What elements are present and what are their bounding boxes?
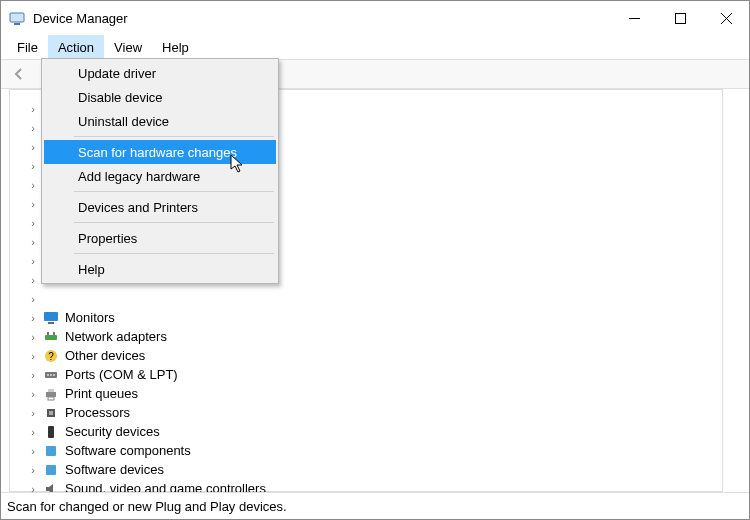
menu-separator (74, 136, 274, 137)
svg-point-16 (53, 374, 55, 376)
maximize-button[interactable] (657, 1, 703, 35)
tree-row[interactable]: ›Monitors (21, 308, 749, 327)
tree-row[interactable]: ›Network adapters (21, 327, 749, 346)
tree-label: Print queues (65, 386, 138, 401)
tree-label: Processors (65, 405, 130, 420)
svg-rect-3 (675, 13, 685, 23)
statusbar-text: Scan for changed or new Plug and Play de… (7, 499, 287, 514)
monitor-icon (43, 310, 59, 326)
tree-label: Other devices (65, 348, 145, 363)
svg-rect-24 (46, 465, 56, 475)
tree-label: Software components (65, 443, 191, 458)
window-title: Device Manager (33, 11, 611, 26)
svg-rect-10 (53, 332, 55, 335)
tree-row[interactable]: ›Security devices (21, 422, 749, 441)
svg-rect-7 (48, 322, 54, 324)
expander-icon[interactable]: › (27, 103, 39, 115)
close-button[interactable] (703, 1, 749, 35)
svg-rect-18 (48, 389, 54, 392)
svg-rect-17 (46, 392, 56, 397)
software-icon (43, 443, 59, 459)
menu-separator (74, 253, 274, 254)
menu-item-devices-printers[interactable]: Devices and Printers (44, 195, 276, 219)
expander-icon[interactable]: › (27, 350, 39, 362)
svg-rect-1 (14, 23, 20, 25)
menu-separator (74, 191, 274, 192)
titlebar: Device Manager (1, 1, 749, 35)
expander-icon[interactable]: › (27, 198, 39, 210)
menu-item-uninstall-device[interactable]: Uninstall device (44, 109, 276, 133)
expander-icon[interactable]: › (27, 407, 39, 419)
tree-label: Ports (COM & LPT) (65, 367, 178, 382)
expander-icon[interactable]: › (27, 312, 39, 324)
app-icon (9, 10, 25, 26)
tree-label: Monitors (65, 310, 115, 325)
tree-row[interactable]: ›Processors (21, 403, 749, 422)
expander-icon[interactable]: › (27, 160, 39, 172)
expander-icon[interactable]: › (27, 445, 39, 457)
expander-icon[interactable]: › (27, 293, 39, 305)
tree-row[interactable]: ›Software components (21, 441, 749, 460)
menu-help[interactable]: Help (152, 35, 199, 59)
minimize-button[interactable] (611, 1, 657, 35)
expander-icon[interactable]: › (27, 179, 39, 191)
expander-icon[interactable]: › (27, 255, 39, 267)
menu-file[interactable]: File (7, 35, 48, 59)
menu-separator (74, 222, 274, 223)
expander-icon[interactable]: › (27, 122, 39, 134)
expander-icon[interactable]: › (27, 369, 39, 381)
svg-rect-22 (48, 426, 54, 438)
tree-label: Network adapters (65, 329, 167, 344)
menu-item-update-driver[interactable]: Update driver (44, 61, 276, 85)
svg-rect-6 (44, 312, 58, 321)
menu-item-disable-device[interactable]: Disable device (44, 85, 276, 109)
menu-action[interactable]: Action (48, 35, 104, 59)
tree-row[interactable]: ›Ports (COM & LPT) (21, 365, 749, 384)
security-icon (43, 424, 59, 440)
tree-label: Security devices (65, 424, 160, 439)
expander-icon[interactable]: › (27, 217, 39, 229)
svg-rect-23 (46, 446, 56, 456)
expander-icon[interactable]: › (27, 388, 39, 400)
expander-icon[interactable]: › (27, 426, 39, 438)
statusbar: Scan for changed or new Plug and Play de… (1, 493, 749, 519)
tree-row[interactable]: ›Sound, video and game controllers (21, 479, 749, 492)
software-icon (43, 462, 59, 478)
cpu-icon (43, 405, 59, 421)
tree-label: Software devices (65, 462, 164, 477)
menu-item-help[interactable]: Help (44, 257, 276, 281)
toolbar-back-button[interactable] (7, 63, 31, 85)
svg-rect-8 (45, 335, 57, 340)
svg-point-15 (50, 374, 52, 376)
expander-icon[interactable]: › (27, 236, 39, 248)
tree-row[interactable]: ›Print queues (21, 384, 749, 403)
expander-icon[interactable]: › (27, 274, 39, 286)
svg-rect-21 (49, 411, 53, 415)
device-manager-window: Device Manager File Action View Help › › (0, 0, 750, 520)
svg-rect-0 (10, 13, 24, 22)
svg-rect-9 (47, 332, 49, 335)
action-menu-dropdown: Update driver Disable device Uninstall d… (41, 58, 279, 284)
tree-row-hidden[interactable]: › (21, 289, 749, 308)
menu-item-scan-hardware[interactable]: Scan for hardware changes (44, 140, 276, 164)
menubar: File Action View Help (1, 35, 749, 59)
tree-row[interactable]: ›?Other devices (21, 346, 749, 365)
menu-item-add-legacy[interactable]: Add legacy hardware (44, 164, 276, 188)
expander-icon[interactable]: › (27, 483, 39, 493)
menu-view[interactable]: View (104, 35, 152, 59)
svg-text:?: ? (48, 351, 54, 362)
expander-icon[interactable]: › (27, 141, 39, 153)
tree-label: Sound, video and game controllers (65, 481, 266, 492)
svg-point-14 (47, 374, 49, 376)
network-icon (43, 329, 59, 345)
printer-icon (43, 386, 59, 402)
expander-icon[interactable]: › (27, 331, 39, 343)
menu-item-properties[interactable]: Properties (44, 226, 276, 250)
sound-icon (43, 481, 59, 493)
svg-rect-19 (48, 397, 54, 400)
expander-icon[interactable]: › (27, 464, 39, 476)
other-icon: ? (43, 348, 59, 364)
port-icon (43, 367, 59, 383)
tree-row[interactable]: ›Software devices (21, 460, 749, 479)
window-controls (611, 1, 749, 35)
